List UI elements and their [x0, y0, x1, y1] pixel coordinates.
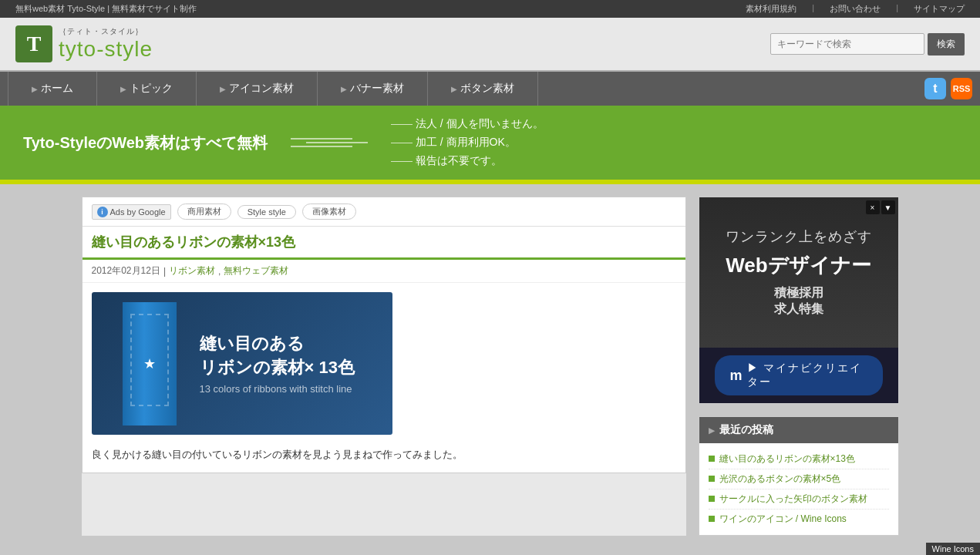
search-input[interactable]	[770, 33, 924, 55]
post-meta: 2012年02月12日 | リボン素材 , 無料ウェブ素材	[83, 260, 685, 283]
recent-post-item: 縫い目のあるリボンの素材×13色	[709, 449, 889, 469]
recent-posts-header: 最近の投稿	[699, 417, 898, 443]
ad-main-title: Webデザイナー	[726, 252, 871, 279]
post-bullet	[709, 516, 715, 522]
post-title-link[interactable]: 縫い目のあるリボンの素材×13色	[92, 234, 296, 250]
nav-item-icons[interactable]: アイコン素材	[197, 72, 318, 106]
sidebar-ad: × ▼ ワンランク上をめざす Webデザイナー 積極採用 求人特集 m ▶ マイ…	[699, 197, 899, 404]
recent-post-link-4[interactable]: ワインのアイコン / Wine Icons	[719, 513, 847, 526]
ad-tag-commercial[interactable]: 商用素材	[177, 204, 231, 220]
rss-button[interactable]: RSS	[951, 78, 972, 99]
banner: Tyto-StyleのWeb素材はすべて無料 法人 / 個人を問いません。 加工…	[0, 106, 980, 180]
main-inner: i Ads by Google 商用素材 Style style 画像素材 縫い…	[82, 197, 686, 473]
info-icon: i	[97, 207, 108, 217]
banner-details: 法人 / 個人を問いません。 加工 / 商用利用OK。 報告は不要です。	[391, 117, 544, 168]
nav-link-terms[interactable]: 素材利用規約	[746, 3, 796, 15]
search-button[interactable]: 検索	[928, 33, 965, 56]
header: T ｛ティト・スタイル｝ tyto-style 検索	[0, 18, 980, 72]
ad-subtitle-line1: 積極採用	[774, 285, 823, 301]
ad-tag-style[interactable]: Style style	[237, 205, 296, 219]
nav-link-sitemap[interactable]: サイトマップ	[914, 3, 965, 15]
post-bullet	[709, 476, 715, 482]
nav-items: ホーム トピック アイコン素材 バナー素材 ボタン素材	[8, 72, 917, 106]
main-content: i Ads by Google 商用素材 Style style 画像素材 縫い…	[82, 197, 686, 536]
nav-item-banners[interactable]: バナー素材	[318, 72, 428, 106]
ribbon-visual: ★	[123, 302, 177, 426]
ads-bar: i Ads by Google 商用素材 Style style 画像素材	[83, 197, 685, 227]
recent-posts-list: 縫い目のあるリボンの素材×13色 光沢のあるボタンの素材×5色 サークルに入った…	[699, 443, 898, 535]
ribbon-preview-image: ★ 縫い目のある リボンの素材× 13色 13 colors of ribbon…	[92, 292, 392, 435]
twitter-button[interactable]: t	[924, 78, 946, 99]
ribbon-text-area: 縫い目のある リボンの素材× 13色 13 colors of ribbons …	[200, 332, 355, 395]
post-bullet	[709, 456, 715, 462]
recent-post-link-1[interactable]: 縫い目のあるリボンの素材×13色	[719, 452, 855, 466]
post-body-text: 良く見かける縫い目の付いているリボンの素材を見よう見まねで作ってみました。	[92, 447, 676, 463]
post-separator: |	[163, 266, 166, 277]
ad-subtitle-line2: 求人特集	[774, 301, 823, 318]
logo-title: tyto-style	[59, 37, 153, 62]
banner-detail-1: 法人 / 個人を問いません。	[391, 117, 544, 131]
recent-post-link-3[interactable]: サークルに入った矢印のボタン素材	[719, 493, 867, 506]
banner-main-text: Tyto-StyleのWeb素材はすべて無料	[23, 133, 268, 153]
search-area: 検索	[770, 33, 965, 56]
logo-area[interactable]: T ｛ティト・スタイル｝ tyto-style	[15, 25, 153, 62]
nav-item-home[interactable]: ホーム	[8, 72, 97, 106]
ribbon-text-jp-line1: 縫い目のある	[200, 332, 355, 356]
recent-post-item: ワインのアイコン / Wine Icons	[709, 510, 889, 529]
ad-tag-image[interactable]: 画像素材	[302, 204, 356, 220]
top-bar-right: 素材利用規約 | お問い合わせ | サイトマップ	[746, 3, 965, 15]
recent-post-item: 光沢のあるボタンの素材×5色	[709, 469, 889, 489]
top-bar-site-title: 無料web素材 Tyto-Style | 無料素材でサイト制作	[15, 3, 197, 15]
ribbon-text-en: 13 colors of ribbons with stitch line	[200, 383, 355, 395]
sidebar: × ▼ ワンランク上をめざす Webデザイナー 積極採用 求人特集 m ▶ マイ…	[699, 197, 899, 536]
ads-by-google: i Ads by Google	[92, 204, 171, 220]
nav-link-contact[interactable]: お問い合わせ	[830, 3, 881, 15]
wine-icons-footer: Wine Icons	[926, 543, 980, 548]
nav-social: t RSS	[924, 78, 972, 99]
post-content: ★ 縫い目のある リボンの素材× 13色 13 colors of ribbon…	[83, 283, 685, 473]
logo-icon: T	[15, 25, 52, 62]
post-category-ribbon[interactable]: リボン素材	[169, 264, 215, 278]
ribbon-text-jp-line2: リボンの素材× 13色	[200, 356, 355, 380]
ad-x-button[interactable]: ×	[866, 200, 880, 214]
banner-detail-3: 報告は不要です。	[391, 154, 544, 168]
logo-text-area: ｛ティト・スタイル｝ tyto-style	[59, 26, 153, 62]
wine-icons-label: Wine Icons	[932, 544, 974, 548]
main-nav: ホーム トピック アイコン素材 バナー素材 ボタン素材 t RSS	[0, 72, 980, 106]
post-date: 2012年02月12日	[92, 264, 160, 278]
banner-detail-2: 加工 / 商用利用OK。	[391, 136, 544, 150]
recent-post-item: サークルに入った矢印のボタン素材	[709, 489, 889, 510]
ad-logo-text: ▶ マイナビクリエイター	[747, 362, 867, 389]
ad-image-area: × ▼ ワンランク上をめざす Webデザイナー 積極採用 求人特集	[699, 197, 898, 348]
post-title-bar: 縫い目のあるリボンの素材×13色	[83, 227, 685, 260]
ad-close-button[interactable]: ▼	[881, 200, 895, 214]
ad-bottom-logo[interactable]: m ▶ マイナビクリエイター	[699, 348, 898, 403]
top-bar: 無料web素材 Tyto-Style | 無料素材でサイト制作 素材利用規約 |…	[0, 0, 980, 18]
recent-post-link-2[interactable]: 光沢のあるボタンの素材×5色	[719, 473, 841, 486]
content-area: i Ads by Google 商用素材 Style style 画像素材 縫い…	[66, 184, 914, 548]
top-bar-left: 無料web素材 Tyto-Style | 無料素材でサイト制作	[15, 3, 197, 15]
ribbon-star-icon: ★	[143, 355, 156, 372]
post-bullet	[709, 496, 715, 502]
nav-item-topic[interactable]: トピック	[97, 72, 197, 106]
logo-subtitle: ｛ティト・スタイル｝	[59, 26, 153, 37]
post-category-free[interactable]: 無料ウェブ素材	[224, 264, 288, 278]
recent-posts-widget: 最近の投稿 縫い目のあるリボンの素材×13色 光沢のあるボタンの素材×5色 サー…	[699, 416, 899, 536]
ad-rank-text: ワンランク上をめざす	[726, 227, 872, 246]
nav-item-buttons[interactable]: ボタン素材	[428, 72, 538, 106]
